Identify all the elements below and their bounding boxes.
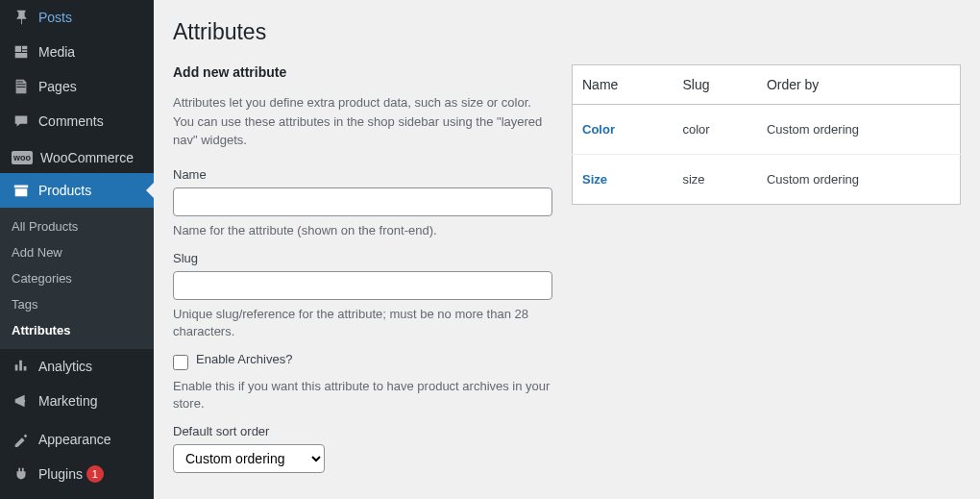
plugins-badge: 1 (86, 465, 104, 483)
name-hint: Name for the attribute (shown on the fro… (173, 222, 552, 239)
col-orderby[interactable]: Order by (757, 65, 961, 105)
products-submenu: All Products Add New Categories Tags Att… (0, 208, 154, 349)
menu-posts[interactable]: Posts (0, 0, 154, 35)
menu-woocommerce[interactable]: woo WooCommerce (0, 142, 154, 173)
archives-checkbox[interactable] (173, 355, 188, 370)
form-description: Attributes let you define extra product … (173, 93, 552, 150)
submenu-categories[interactable]: Categories (0, 265, 154, 291)
submenu-add-new[interactable]: Add New (0, 239, 154, 265)
menu-label: Plugins (38, 466, 83, 482)
name-label: Name (173, 167, 552, 182)
sort-label: Default sort order (173, 424, 552, 438)
woo-icon: woo (12, 151, 33, 164)
menu-marketing[interactable]: Marketing (0, 384, 154, 418)
submenu-all-products[interactable]: All Products (0, 213, 154, 239)
attribute-slug: size (673, 155, 756, 205)
media-icon (12, 42, 31, 62)
archives-label: Enable Archives? (196, 352, 292, 366)
menu-label: Comments (38, 113, 104, 129)
pin-icon (12, 8, 31, 27)
submenu-tags[interactable]: Tags (0, 291, 154, 317)
attribute-orderby: Custom ordering (757, 105, 961, 155)
menu-label: Pages (38, 79, 77, 94)
products-icon (12, 181, 31, 200)
admin-sidebar: Posts Media Pages Comments woo WooCommer… (0, 0, 154, 499)
appearance-icon (12, 430, 31, 449)
menu-label: Marketing (38, 393, 97, 409)
sort-select[interactable]: Custom ordering (173, 444, 325, 473)
content-area: Attributes Add new attribute Attributes … (154, 0, 980, 499)
comment-icon (12, 112, 31, 131)
table-row: Color color Custom ordering (573, 105, 961, 155)
menu-label: Products (38, 183, 91, 198)
name-input[interactable] (173, 187, 552, 216)
attributes-table: Name Slug Order by Color color Custom or… (572, 64, 961, 205)
col-name[interactable]: Name (573, 65, 674, 105)
menu-pages[interactable]: Pages (0, 69, 154, 104)
attribute-slug: color (673, 105, 756, 155)
col-slug[interactable]: Slug (673, 65, 756, 105)
slug-input[interactable] (173, 271, 552, 300)
menu-plugins[interactable]: Plugins 1 (0, 457, 154, 491)
submenu-attributes[interactable]: Attributes (0, 317, 154, 343)
attribute-orderby: Custom ordering (757, 155, 961, 205)
table-row: Size size Custom ordering (573, 155, 961, 205)
slug-hint: Unique slug/reference for the attribute;… (173, 306, 552, 340)
plugins-icon (12, 464, 31, 484)
page-icon (12, 77, 31, 96)
archives-hint: Enable this if you want this attribute t… (173, 378, 552, 412)
menu-label: Appearance (38, 432, 111, 447)
menu-label: Analytics (38, 359, 92, 374)
menu-appearance[interactable]: Appearance (0, 422, 154, 457)
marketing-icon (12, 391, 31, 411)
attribute-link[interactable]: Color (582, 122, 615, 137)
form-heading: Add new attribute (173, 64, 552, 80)
menu-comments[interactable]: Comments (0, 104, 154, 138)
menu-label: Media (38, 44, 75, 60)
attributes-table-wrap: Name Slug Order by Color color Custom or… (572, 64, 961, 485)
menu-products[interactable]: Products (0, 173, 154, 208)
menu-analytics[interactable]: Analytics (0, 349, 154, 384)
menu-label: Posts (38, 10, 72, 25)
menu-label: WooCommerce (40, 150, 134, 165)
add-attribute-form: Add new attribute Attributes let you def… (173, 64, 552, 485)
analytics-icon (12, 357, 31, 376)
page-title: Attributes (173, 19, 961, 45)
menu-media[interactable]: Media (0, 35, 154, 69)
attribute-link[interactable]: Size (582, 172, 607, 187)
slug-label: Slug (173, 251, 552, 265)
